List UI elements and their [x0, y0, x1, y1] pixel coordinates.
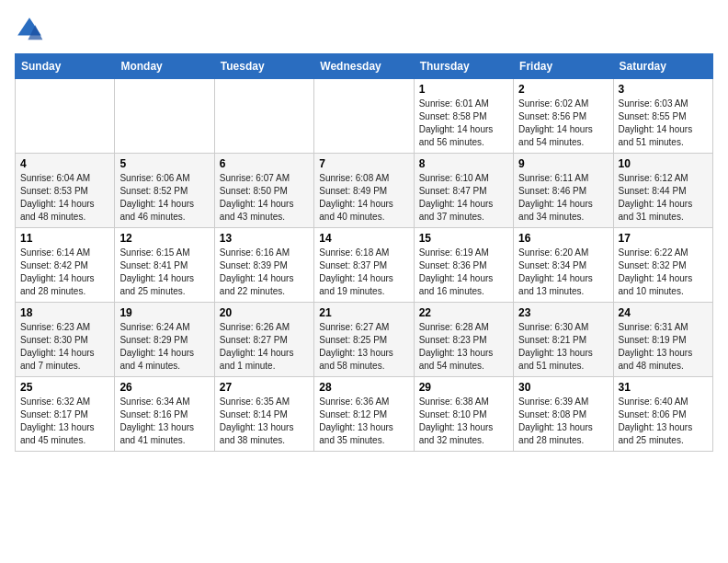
day-number: 5	[119, 157, 209, 170]
day-number: 6	[220, 157, 309, 170]
weekday-header: Sunday	[16, 54, 115, 79]
day-info: Sunrise: 6:14 AM Sunset: 8:42 PM Dayligh…	[20, 247, 109, 298]
calendar-day-cell: 4Sunrise: 6:04 AM Sunset: 8:53 PM Daylig…	[16, 154, 115, 228]
day-number: 28	[319, 381, 408, 394]
day-info: Sunrise: 6:20 AM Sunset: 8:34 PM Dayligh…	[518, 247, 608, 298]
calendar-body: 1Sunrise: 6:01 AM Sunset: 8:58 PM Daylig…	[16, 79, 713, 452]
day-number: 13	[220, 232, 309, 245]
day-info: Sunrise: 6:15 AM Sunset: 8:41 PM Dayligh…	[119, 247, 209, 298]
day-info: Sunrise: 6:36 AM Sunset: 8:12 PM Dayligh…	[319, 396, 408, 447]
day-info: Sunrise: 6:02 AM Sunset: 8:56 PM Dayligh…	[518, 98, 608, 149]
calendar-day-cell: 23Sunrise: 6:30 AM Sunset: 8:21 PM Dayli…	[514, 303, 613, 377]
calendar-week-row: 1Sunrise: 6:01 AM Sunset: 8:58 PM Daylig…	[16, 79, 713, 154]
day-info: Sunrise: 6:27 AM Sunset: 8:25 PM Dayligh…	[319, 321, 408, 373]
weekday-header: Tuesday	[214, 54, 313, 79]
day-number: 22	[419, 306, 508, 319]
day-info: Sunrise: 6:22 AM Sunset: 8:32 PM Dayligh…	[619, 247, 708, 298]
day-number: 29	[419, 381, 508, 394]
day-info: Sunrise: 6:32 AM Sunset: 8:17 PM Dayligh…	[20, 396, 109, 447]
day-info: Sunrise: 6:16 AM Sunset: 8:39 PM Dayligh…	[220, 247, 309, 298]
day-number: 18	[20, 306, 109, 319]
calendar-day-cell: 7Sunrise: 6:08 AM Sunset: 8:49 PM Daylig…	[314, 154, 414, 228]
day-info: Sunrise: 6:24 AM Sunset: 8:29 PM Dayligh…	[119, 321, 209, 373]
weekday-header: Monday	[115, 54, 214, 79]
day-number: 8	[419, 157, 508, 170]
day-number: 7	[319, 157, 408, 170]
weekday-header: Friday	[514, 54, 613, 79]
calendar-day-cell: 24Sunrise: 6:31 AM Sunset: 8:19 PM Dayli…	[613, 303, 712, 377]
day-info: Sunrise: 6:19 AM Sunset: 8:36 PM Dayligh…	[419, 247, 508, 298]
calendar-day-cell: 12Sunrise: 6:15 AM Sunset: 8:41 PM Dayli…	[115, 228, 214, 303]
day-info: Sunrise: 6:34 AM Sunset: 8:16 PM Dayligh…	[119, 396, 209, 447]
day-info: Sunrise: 6:31 AM Sunset: 8:19 PM Dayligh…	[619, 321, 708, 373]
day-info: Sunrise: 6:06 AM Sunset: 8:52 PM Dayligh…	[119, 172, 209, 224]
weekday-header: Thursday	[414, 54, 513, 79]
day-info: Sunrise: 6:35 AM Sunset: 8:14 PM Dayligh…	[220, 396, 309, 447]
day-info: Sunrise: 6:28 AM Sunset: 8:23 PM Dayligh…	[419, 321, 508, 373]
calendar-day-cell: 10Sunrise: 6:12 AM Sunset: 8:44 PM Dayli…	[613, 154, 712, 228]
logo	[15, 15, 48, 44]
calendar-day-cell: 5Sunrise: 6:06 AM Sunset: 8:52 PM Daylig…	[115, 154, 214, 228]
calendar-week-row: 25Sunrise: 6:32 AM Sunset: 8:17 PM Dayli…	[16, 377, 713, 452]
day-info: Sunrise: 6:03 AM Sunset: 8:55 PM Dayligh…	[619, 98, 708, 149]
day-number: 21	[319, 306, 408, 319]
day-number: 23	[518, 306, 608, 319]
calendar-header: SundayMondayTuesdayWednesdayThursdayFrid…	[16, 54, 713, 79]
day-info: Sunrise: 6:04 AM Sunset: 8:53 PM Dayligh…	[20, 172, 109, 224]
day-number: 24	[619, 306, 708, 319]
day-info: Sunrise: 6:12 AM Sunset: 8:44 PM Dayligh…	[619, 172, 708, 224]
day-number: 9	[518, 157, 608, 170]
calendar-day-cell: 16Sunrise: 6:20 AM Sunset: 8:34 PM Dayli…	[514, 228, 613, 303]
day-number: 3	[619, 83, 708, 96]
day-info: Sunrise: 6:08 AM Sunset: 8:49 PM Dayligh…	[319, 172, 408, 224]
calendar-day-cell	[314, 79, 414, 154]
calendar-day-cell: 22Sunrise: 6:28 AM Sunset: 8:23 PM Dayli…	[414, 303, 513, 377]
day-info: Sunrise: 6:10 AM Sunset: 8:47 PM Dayligh…	[419, 172, 508, 224]
day-number: 12	[119, 232, 209, 245]
calendar-day-cell	[214, 79, 313, 154]
logo-icon	[15, 15, 44, 44]
day-info: Sunrise: 6:30 AM Sunset: 8:21 PM Dayligh…	[518, 321, 608, 373]
calendar-day-cell: 1Sunrise: 6:01 AM Sunset: 8:58 PM Daylig…	[414, 79, 513, 154]
calendar-day-cell	[115, 79, 214, 154]
header-row: SundayMondayTuesdayWednesdayThursdayFrid…	[16, 54, 713, 79]
calendar-day-cell: 28Sunrise: 6:36 AM Sunset: 8:12 PM Dayli…	[314, 377, 414, 452]
day-info: Sunrise: 6:40 AM Sunset: 8:06 PM Dayligh…	[619, 396, 708, 447]
day-info: Sunrise: 6:01 AM Sunset: 8:58 PM Dayligh…	[419, 98, 508, 149]
calendar-day-cell: 19Sunrise: 6:24 AM Sunset: 8:29 PM Dayli…	[115, 303, 214, 377]
day-info: Sunrise: 6:39 AM Sunset: 8:08 PM Dayligh…	[518, 396, 608, 447]
calendar-day-cell: 17Sunrise: 6:22 AM Sunset: 8:32 PM Dayli…	[613, 228, 712, 303]
day-info: Sunrise: 6:38 AM Sunset: 8:10 PM Dayligh…	[419, 396, 508, 447]
day-number: 31	[619, 381, 708, 394]
day-number: 10	[619, 157, 708, 170]
calendar-day-cell: 8Sunrise: 6:10 AM Sunset: 8:47 PM Daylig…	[414, 154, 513, 228]
day-number: 4	[20, 157, 109, 170]
calendar-day-cell: 27Sunrise: 6:35 AM Sunset: 8:14 PM Dayli…	[214, 377, 313, 452]
day-info: Sunrise: 6:11 AM Sunset: 8:46 PM Dayligh…	[518, 172, 608, 224]
day-number: 30	[518, 381, 608, 394]
calendar-day-cell: 13Sunrise: 6:16 AM Sunset: 8:39 PM Dayli…	[214, 228, 313, 303]
calendar-day-cell	[16, 79, 115, 154]
calendar-table: SundayMondayTuesdayWednesdayThursdayFrid…	[15, 53, 713, 452]
page-header	[15, 15, 713, 44]
calendar-day-cell: 26Sunrise: 6:34 AM Sunset: 8:16 PM Dayli…	[115, 377, 214, 452]
day-number: 25	[20, 381, 109, 394]
day-number: 11	[20, 232, 109, 245]
calendar-day-cell: 31Sunrise: 6:40 AM Sunset: 8:06 PM Dayli…	[613, 377, 712, 452]
calendar-week-row: 11Sunrise: 6:14 AM Sunset: 8:42 PM Dayli…	[16, 228, 713, 303]
day-number: 26	[119, 381, 209, 394]
calendar-day-cell: 6Sunrise: 6:07 AM Sunset: 8:50 PM Daylig…	[214, 154, 313, 228]
day-number: 15	[419, 232, 508, 245]
calendar-day-cell: 25Sunrise: 6:32 AM Sunset: 8:17 PM Dayli…	[16, 377, 115, 452]
calendar-day-cell: 18Sunrise: 6:23 AM Sunset: 8:30 PM Dayli…	[16, 303, 115, 377]
day-number: 19	[119, 306, 209, 319]
calendar-day-cell: 21Sunrise: 6:27 AM Sunset: 8:25 PM Dayli…	[314, 303, 414, 377]
calendar-week-row: 4Sunrise: 6:04 AM Sunset: 8:53 PM Daylig…	[16, 154, 713, 228]
day-info: Sunrise: 6:26 AM Sunset: 8:27 PM Dayligh…	[220, 321, 309, 373]
day-number: 14	[319, 232, 408, 245]
calendar-day-cell: 11Sunrise: 6:14 AM Sunset: 8:42 PM Dayli…	[16, 228, 115, 303]
day-number: 2	[518, 83, 608, 96]
day-info: Sunrise: 6:07 AM Sunset: 8:50 PM Dayligh…	[220, 172, 309, 224]
calendar-day-cell: 30Sunrise: 6:39 AM Sunset: 8:08 PM Dayli…	[514, 377, 613, 452]
calendar-week-row: 18Sunrise: 6:23 AM Sunset: 8:30 PM Dayli…	[16, 303, 713, 377]
